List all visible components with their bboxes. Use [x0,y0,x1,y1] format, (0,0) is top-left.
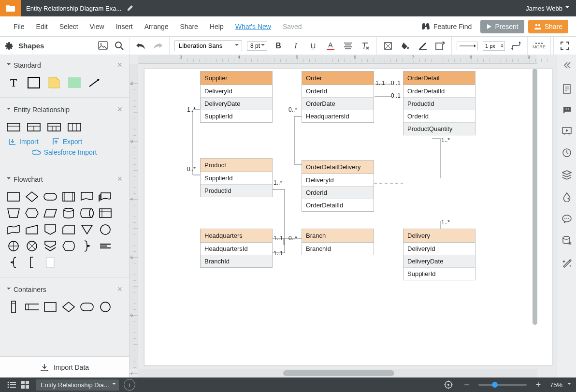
fontsize-select[interactable]: 8 pt [247,41,267,51]
entity-row[interactable]: SupplierId [201,172,272,185]
fc-sum[interactable] [7,240,20,252]
fc-direct[interactable] [80,207,94,219]
entity-row[interactable]: OrderDetailId [302,199,374,211]
block-shape[interactable] [68,77,81,88]
entity-row[interactable]: DeliveryId [201,85,272,98]
add-page-button[interactable]: + [124,379,135,391]
page[interactable]: Supplier DeliveryId DeliveryDate Supplie… [144,69,552,366]
border-button[interactable] [417,40,429,52]
history-icon[interactable] [562,148,572,160]
doc-title[interactable]: Entity Relationship Diagram Exa... [21,5,121,12]
fc-merge[interactable] [80,224,94,235]
font-select[interactable]: Liberation Sans [174,40,242,51]
undo-button[interactable] [134,40,147,52]
folder-icon[interactable] [0,0,21,16]
fc-multidoc[interactable] [99,191,112,203]
fc-brace-r[interactable] [80,240,94,252]
section-containers[interactable]: Containers× [6,279,123,299]
entity-orderdetaildelivery[interactable]: OrderDetailDelivery DeliveryId OrderId O… [302,160,374,212]
fc-collate[interactable] [43,240,57,252]
target-icon[interactable] [442,379,455,390]
magic-icon[interactable] [562,258,572,270]
menu-insert[interactable]: Insert [110,23,139,30]
entity-row[interactable]: OrderId [302,85,374,98]
fc-note[interactable] [99,240,112,252]
entity-row[interactable]: ProductId [403,98,475,110]
entity-supplier[interactable]: Supplier DeliveryId DeliveryDate Supplie… [200,71,273,123]
zoom-slider[interactable] [478,384,527,386]
share-button[interactable]: Share [528,20,568,33]
close-icon[interactable]: × [117,104,122,115]
menu-share[interactable]: Share [174,23,204,30]
fc-predef[interactable] [62,191,75,203]
comment-icon[interactable]: 99 [562,106,571,116]
collapse-icon[interactable] [563,62,571,71]
gear-icon[interactable] [5,42,14,50]
fc-doc[interactable] [80,191,94,203]
bucket-button[interactable] [399,40,412,52]
cont-3[interactable] [43,301,57,313]
user-menu[interactable]: James Webb [526,5,576,12]
linestyle-button[interactable] [457,42,478,50]
fc-internal[interactable] [99,207,112,219]
fc-offpage[interactable] [43,224,57,235]
entity-row[interactable]: SupplierId [201,110,272,122]
styles-icon[interactable] [562,192,571,204]
zoom-in-button[interactable]: + [532,379,545,390]
horizontal-scrollbar[interactable] [138,369,537,377]
entity-row[interactable]: HeadquartersId [302,110,374,122]
fc-display[interactable] [62,240,75,252]
section-flowchart[interactable]: Flowchart× [6,169,123,189]
fullscreen-button[interactable] [559,40,571,52]
clearformat-button[interactable] [359,40,372,52]
fc-swatch[interactable] [43,257,57,268]
underline-button[interactable]: U [307,40,319,52]
slideshow-icon[interactable] [562,127,572,137]
zoom-label[interactable]: 75% [550,381,562,389]
menu-arrange[interactable]: Arrange [139,23,174,30]
section-standard[interactable]: Standard× [6,55,123,75]
entity-row[interactable]: DeliveryDate [403,255,475,268]
salesforce-import[interactable]: Salesforce Import [6,146,123,160]
bold-button[interactable]: B [272,40,285,52]
entity-headquarters[interactable]: Headquarters HeadquartersId BranchId [200,229,273,268]
close-icon[interactable]: × [117,60,122,70]
fc-card[interactable] [62,224,75,235]
close-icon[interactable]: × [117,174,122,184]
fc-db[interactable] [62,207,75,219]
page-tab[interactable]: Entity Relationship Dia... [36,379,119,391]
page-setup-icon[interactable] [562,84,571,96]
entity-row[interactable]: ProductId [201,185,272,197]
fc-bracket[interactable] [25,257,39,268]
feature-find[interactable]: Feature Find [421,23,472,30]
er-shape-2[interactable] [27,121,41,133]
list-view-icon[interactable] [5,379,18,390]
cont-1[interactable] [7,301,20,313]
fc-brace-l[interactable] [7,257,20,268]
fc-diamond[interactable] [25,191,39,203]
fc-prep[interactable] [25,207,39,219]
import-data-button[interactable]: Import Data [0,356,129,377]
entity-row[interactable]: DeliveryId [403,243,475,255]
layers-icon[interactable] [562,170,572,182]
canvas[interactable]: Supplier DeliveryId DeliveryDate Supplie… [130,55,557,377]
italic-button[interactable]: I [289,40,302,52]
er-shape-3[interactable] [47,121,61,133]
textcolor-button[interactable]: A [324,40,337,52]
shapeopts-button[interactable] [434,40,446,52]
menu-view[interactable]: View [84,23,110,30]
entity-row[interactable]: OrderId [302,187,374,199]
cont-5[interactable] [80,301,94,313]
grid-view-icon[interactable] [18,379,32,390]
rename-icon[interactable] [127,4,134,13]
entity-row[interactable]: OrderDate [302,98,374,110]
er-shape-1[interactable] [7,121,20,133]
entity-row[interactable]: DeliveryId [302,174,374,187]
entity-delivery[interactable]: Delivery DeliveryId DeliveryDate Supplie… [403,229,475,280]
fc-data[interactable] [43,207,57,219]
shapefill-button[interactable] [382,40,394,52]
data-icon[interactable] [562,236,572,247]
entity-row[interactable]: OrderId [403,110,475,123]
fc-input[interactable] [25,224,39,235]
cont-4[interactable] [62,301,75,313]
